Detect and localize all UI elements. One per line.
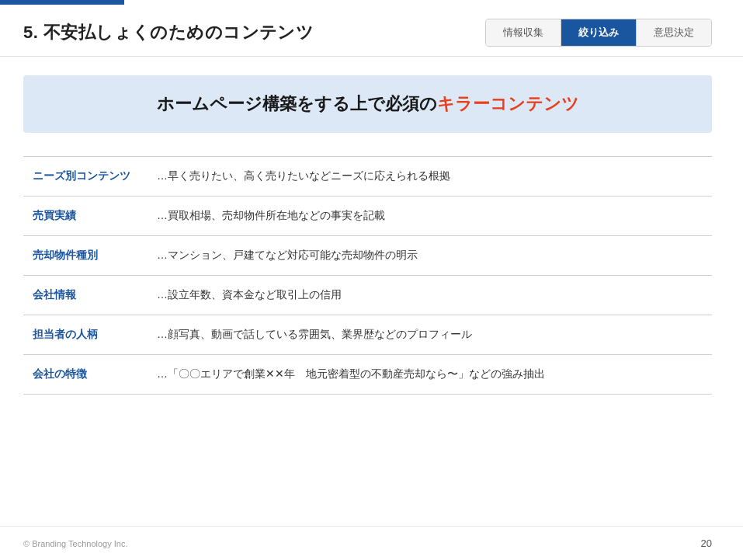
table-row: ニーズ別コンテンツ…早く売りたい、高く売りたいなどニーズに応えられる根拠: [23, 157, 712, 197]
row-desc-4: …顔写真、動画で話している雰囲気、業界歴などのプロフィール: [148, 315, 712, 355]
hero-prefix: ホームページ構築をする上で必須の: [157, 94, 437, 113]
footer-page: 20: [701, 537, 712, 549]
page-title: 5. 不安払しょくのためのコンテンツ: [23, 21, 314, 44]
row-term-3: 会社情報: [23, 276, 148, 315]
stage-buttons: 情報収集 絞り込み 意思決定: [485, 19, 712, 47]
table-row: 会社情報…設立年数、資本金など取引上の信用: [23, 276, 712, 315]
row-term-0: ニーズ別コンテンツ: [23, 157, 148, 197]
row-term-1: 売買実績: [23, 197, 148, 236]
footer-brand: © Branding Technology Inc.: [23, 539, 128, 548]
stage-btn-ishi[interactable]: 意思決定: [637, 19, 711, 46]
row-desc-2: …マンション、戸建てなど対応可能な売却物件の明示: [148, 236, 712, 276]
header: 5. 不安払しょくのためのコンテンツ 情報収集 絞り込み 意思決定: [0, 5, 743, 57]
table-row: 会社の特徴…「〇〇エリアで創業✕✕年 地元密着型の不動産売却なら〜」などの強み抽…: [23, 355, 712, 395]
hero-highlight: キラーコンテンツ: [437, 94, 579, 113]
row-term-4: 担当者の人柄: [23, 315, 148, 355]
table-row: 売却物件種別…マンション、戸建てなど対応可能な売却物件の明示: [23, 236, 712, 276]
row-desc-0: …早く売りたい、高く売りたいなどニーズに応えられる根拠: [148, 157, 712, 197]
table-row: 売買実績…買取相場、売却物件所在地などの事実を記載: [23, 197, 712, 236]
content-table: ニーズ別コンテンツ…早く売りたい、高く売りたいなどニーズに応えられる根拠売買実績…: [23, 156, 712, 395]
main-content: ホームページ構築をする上で必須のキラーコンテンツ ニーズ別コンテンツ…早く売りた…: [0, 57, 743, 410]
stage-btn-shiborikomi[interactable]: 絞り込み: [561, 19, 637, 46]
stage-btn-joho[interactable]: 情報収集: [486, 19, 561, 46]
footer: © Branding Technology Inc. 20: [0, 526, 743, 560]
row-desc-5: …「〇〇エリアで創業✕✕年 地元密着型の不動産売却なら〜」などの強み抽出: [148, 355, 712, 395]
hero-banner-text: ホームページ構築をする上で必須のキラーコンテンツ: [157, 94, 579, 113]
row-term-5: 会社の特徴: [23, 355, 148, 395]
table-row: 担当者の人柄…顔写真、動画で話している雰囲気、業界歴などのプロフィール: [23, 315, 712, 355]
hero-banner: ホームページ構築をする上で必須のキラーコンテンツ: [23, 75, 712, 133]
row-desc-3: …設立年数、資本金など取引上の信用: [148, 276, 712, 315]
row-desc-1: …買取相場、売却物件所在地などの事実を記載: [148, 197, 712, 236]
row-term-2: 売却物件種別: [23, 236, 148, 276]
